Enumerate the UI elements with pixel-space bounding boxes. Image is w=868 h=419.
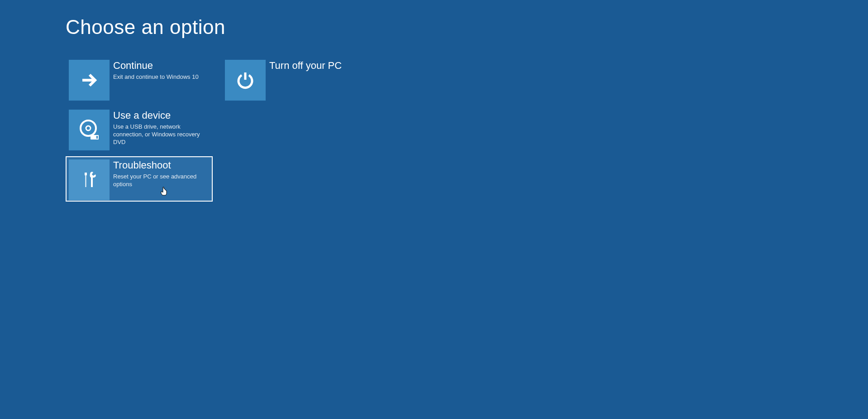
continue-title: Continue [113, 60, 199, 72]
use-device-text: Use a device Use a USB drive, network co… [110, 110, 210, 146]
turn-off-option[interactable]: Turn off your PC [222, 57, 369, 102]
continue-description: Exit and continue to Windows 10 [113, 73, 199, 81]
svg-point-0 [81, 120, 96, 136]
troubleshoot-title: Troubleshoot [113, 159, 210, 171]
use-device-option[interactable]: Use a device Use a USB drive, network co… [66, 106, 213, 152]
svg-point-1 [86, 126, 91, 130]
recovery-options-container: Choose an option Continue Exit and conti… [0, 0, 868, 202]
options-grid: Continue Exit and continue to Windows 10… [66, 57, 868, 202]
use-device-description: Use a USB drive, network connection, or … [113, 123, 210, 146]
page-title: Choose an option [66, 16, 868, 39]
options-column-right: Turn off your PC [222, 57, 369, 202]
continue-option[interactable]: Continue Exit and continue to Windows 10 [66, 57, 213, 102]
svg-rect-5 [86, 175, 86, 187]
continue-text: Continue Exit and continue to Windows 10 [110, 60, 199, 81]
tools-icon [69, 159, 110, 200]
troubleshoot-text: Troubleshoot Reset your PC or see advanc… [110, 159, 210, 188]
troubleshoot-option[interactable]: Troubleshoot Reset your PC or see advanc… [66, 156, 213, 202]
options-column-left: Continue Exit and continue to Windows 10… [66, 57, 213, 202]
troubleshoot-description: Reset your PC or see advanced options [113, 173, 210, 188]
use-device-title: Use a device [113, 110, 210, 121]
turn-off-title: Turn off your PC [269, 60, 342, 72]
arrow-right-icon [69, 60, 110, 101]
disc-usb-icon [69, 110, 110, 150]
power-icon [225, 60, 266, 101]
svg-rect-3 [96, 136, 98, 139]
svg-rect-4 [85, 173, 87, 175]
turn-off-text: Turn off your PC [266, 60, 342, 73]
